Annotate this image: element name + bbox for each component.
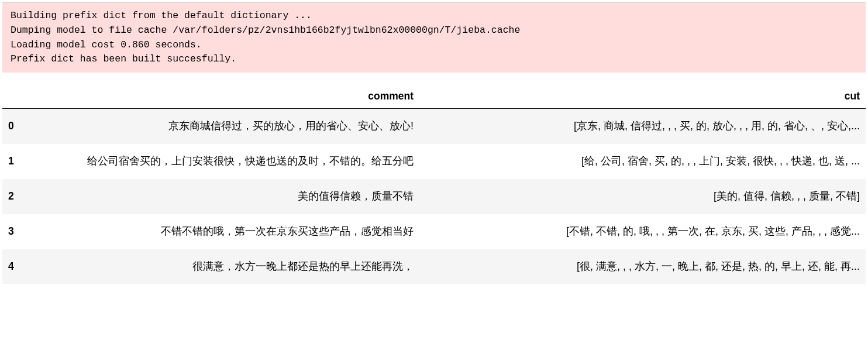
cell-cut: [美的, 值得, 信赖, , , 质量, 不错] — [419, 179, 866, 214]
table-row: 0 京东商城信得过，买的放心，用的省心、安心、放心! [京东, 商城, 信得过,… — [2, 109, 866, 144]
stderr-output: Building prefix dict from the default di… — [2, 2, 866, 73]
table-row: 4 很满意，水方一晚上都还是热的早上还能再洗， [很, 满意, , , 水方, … — [2, 249, 866, 284]
dataframe-table: comment cut 0 京东商城信得过，买的放心，用的省心、安心、放心! [… — [2, 84, 866, 284]
cell-cut: [给, 公司, 宿舍, 买, 的, , , 上门, 安装, 很快, , , 快递… — [419, 144, 866, 179]
col-header-cut: cut — [419, 84, 866, 109]
cell-cut: [很, 满意, , , 水方, 一, 晚上, 都, 还是, 热, 的, 早上, … — [419, 249, 866, 284]
cell-comment: 不错不错的哦，第一次在京东买这些产品，感觉相当好 — [25, 214, 419, 249]
row-index: 1 — [2, 144, 25, 179]
cell-comment: 美的值得信赖，质量不错 — [25, 179, 419, 214]
row-index: 2 — [2, 179, 25, 214]
col-header-index — [2, 84, 25, 109]
cell-comment: 很满意，水方一晚上都还是热的早上还能再洗， — [25, 249, 419, 284]
dataframe-output: comment cut 0 京东商城信得过，买的放心，用的省心、安心、放心! [… — [0, 84, 868, 286]
cell-comment: 京东商城信得过，买的放心，用的省心、安心、放心! — [25, 109, 419, 144]
row-index: 4 — [2, 249, 25, 284]
cell-cut: [不错, 不错, 的, 哦, , , 第一次, 在, 京东, 买, 这些, 产品… — [419, 214, 866, 249]
cell-comment: 给公司宿舍买的，上门安装很快，快递也送的及时，不错的。给五分吧 — [25, 144, 419, 179]
row-index: 3 — [2, 214, 25, 249]
table-row: 3 不错不错的哦，第一次在京东买这些产品，感觉相当好 [不错, 不错, 的, 哦… — [2, 214, 866, 249]
table-header-row: comment cut — [2, 84, 866, 109]
cell-cut: [京东, 商城, 信得过, , , 买, 的, 放心, , , 用, 的, 省心… — [419, 109, 866, 144]
table-row: 2 美的值得信赖，质量不错 [美的, 值得, 信赖, , , 质量, 不错] — [2, 179, 866, 214]
row-index: 0 — [2, 109, 25, 144]
table-row: 1 给公司宿舍买的，上门安装很快，快递也送的及时，不错的。给五分吧 [给, 公司… — [2, 144, 866, 179]
col-header-comment: comment — [25, 84, 419, 109]
